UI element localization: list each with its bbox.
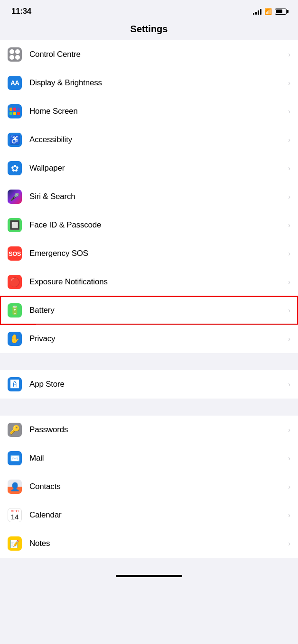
status-bar: 11:34 📶 bbox=[0, 0, 298, 20]
status-icons: 📶 bbox=[253, 8, 287, 15]
notes-icon: 📝 bbox=[8, 536, 22, 551]
siri-icon: 🎤 bbox=[8, 190, 22, 204]
settings-row-emergency[interactable]: SOS Emergency SOS › bbox=[0, 239, 298, 268]
wallpaper-label: Wallpaper bbox=[29, 163, 284, 173]
settings-row-privacy[interactable]: ✋ Privacy › bbox=[0, 325, 298, 353]
appstore-icon: 🅰 bbox=[8, 377, 22, 391]
chevron-icon: › bbox=[288, 136, 290, 144]
chevron-icon: › bbox=[288, 164, 290, 172]
control-centre-icon bbox=[8, 47, 22, 62]
mail-icon: ✉️ bbox=[8, 451, 22, 465]
emergency-icon: SOS bbox=[8, 246, 22, 261]
settings-row-faceid[interactable]: 🔲 Face ID & Passcode › bbox=[0, 211, 298, 239]
chevron-icon: › bbox=[288, 426, 290, 434]
settings-row-control-centre[interactable]: Control Centre › bbox=[0, 40, 298, 69]
display-label: Display & Brightness bbox=[29, 78, 284, 88]
chevron-icon: › bbox=[288, 193, 290, 200]
control-centre-label: Control Centre bbox=[29, 50, 284, 59]
signal-bars-icon bbox=[253, 8, 261, 15]
privacy-icon: ✋ bbox=[8, 332, 22, 346]
emergency-label: Emergency SOS bbox=[29, 249, 284, 258]
settings-row-exposure[interactable]: 🔴 Exposure Notifications › bbox=[0, 268, 298, 296]
chevron-icon: › bbox=[288, 540, 290, 547]
chevron-icon: › bbox=[288, 221, 290, 229]
settings-group-1: Control Centre › AA Display & Brightness… bbox=[0, 40, 298, 353]
chevron-icon: › bbox=[288, 454, 290, 462]
home-indicator bbox=[116, 575, 182, 577]
siri-label: Siri & Search bbox=[29, 192, 284, 201]
chevron-icon: › bbox=[288, 278, 290, 286]
wifi-icon: 📶 bbox=[264, 8, 272, 15]
calendar-icon: DEC 14 bbox=[8, 508, 22, 522]
settings-group-2: 🅰 App Store › bbox=[0, 370, 298, 399]
contacts-icon: 👤 bbox=[8, 480, 22, 494]
page-title: Settings bbox=[130, 24, 168, 34]
settings-row-wallpaper[interactable]: ✿ Wallpaper › bbox=[0, 154, 298, 182]
settings-row-battery[interactable]: 🔋 Battery › bbox=[0, 296, 298, 325]
settings-row-notes[interactable]: 📝 Notes › bbox=[0, 529, 298, 558]
status-time: 11:34 bbox=[11, 7, 31, 16]
appstore-label: App Store bbox=[29, 380, 284, 389]
chevron-icon: › bbox=[288, 108, 290, 115]
settings-row-passwords[interactable]: 🔑 Passwords › bbox=[0, 416, 298, 444]
battery-status-icon bbox=[275, 9, 287, 15]
passwords-label: Passwords bbox=[29, 425, 284, 435]
calendar-label: Calendar bbox=[29, 510, 284, 520]
accessibility-label: Accessibility bbox=[29, 135, 284, 145]
settings-row-siri[interactable]: 🎤 Siri & Search › bbox=[0, 182, 298, 211]
settings-row-contacts[interactable]: 👤 Contacts › bbox=[0, 472, 298, 501]
faceid-label: Face ID & Passcode bbox=[29, 220, 284, 230]
home-screen-label: Home Screen bbox=[29, 107, 284, 116]
privacy-label: Privacy bbox=[29, 334, 284, 344]
wallpaper-icon: ✿ bbox=[8, 161, 22, 175]
passwords-icon: 🔑 bbox=[8, 423, 22, 437]
faceid-icon: 🔲 bbox=[8, 218, 22, 232]
chevron-icon: › bbox=[288, 79, 290, 87]
chevron-icon: › bbox=[288, 250, 290, 257]
home-screen-icon bbox=[8, 104, 22, 118]
battery-label: Battery bbox=[29, 306, 284, 315]
chevron-icon: › bbox=[288, 511, 290, 519]
chevron-icon: › bbox=[288, 51, 290, 58]
calendar-day: 14 bbox=[11, 513, 19, 521]
contacts-label: Contacts bbox=[29, 482, 284, 491]
page-title-bar: Settings bbox=[0, 20, 298, 40]
aa-text: AA bbox=[10, 79, 19, 87]
settings-row-accessibility[interactable]: ♿ Accessibility › bbox=[0, 126, 298, 154]
battery-icon: 🔋 bbox=[8, 303, 22, 317]
settings-group-3: 🔑 Passwords › ✉️ Mail › 👤 Contacts › DEC… bbox=[0, 416, 298, 558]
notes-label: Notes bbox=[29, 539, 284, 548]
settings-row-mail[interactable]: ✉️ Mail › bbox=[0, 444, 298, 472]
settings-row-display[interactable]: AA Display & Brightness › bbox=[0, 69, 298, 97]
settings-row-appstore[interactable]: 🅰 App Store › bbox=[0, 370, 298, 399]
exposure-label: Exposure Notifications bbox=[29, 277, 284, 287]
settings-row-home-screen[interactable]: Home Screen › bbox=[0, 97, 298, 126]
settings-row-calendar[interactable]: DEC 14 Calendar › bbox=[0, 501, 298, 529]
chevron-icon: › bbox=[288, 307, 290, 314]
chevron-icon: › bbox=[288, 483, 290, 490]
accessibility-icon: ♿ bbox=[8, 133, 22, 147]
mail-label: Mail bbox=[29, 454, 284, 463]
chevron-icon: › bbox=[288, 335, 290, 343]
exposure-icon: 🔴 bbox=[8, 275, 22, 289]
display-icon: AA bbox=[8, 76, 22, 90]
chevron-icon: › bbox=[288, 381, 290, 388]
